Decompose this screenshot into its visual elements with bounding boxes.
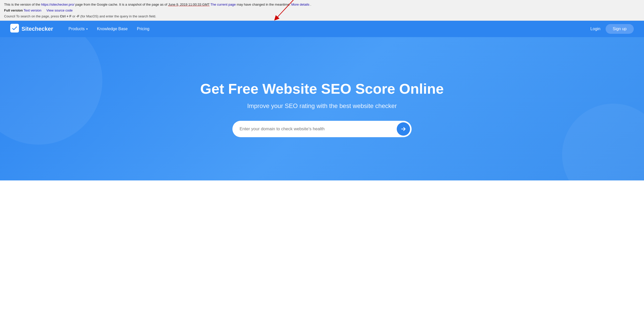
hero-title: Get Free Website SEO Score Online: [200, 81, 444, 97]
nav-pricing[interactable]: Pricing: [137, 27, 149, 31]
view-source-link[interactable]: View source code: [46, 8, 72, 12]
cache-prefix: This is the version of the: [4, 3, 41, 6]
cache-tip: Council To search on the page, press Ctr…: [4, 14, 640, 19]
nav-right: Login Sign up: [591, 24, 634, 34]
signup-button[interactable]: Sign up: [606, 24, 634, 34]
arrow-right-icon: [400, 126, 406, 132]
full-version-label: Full version: [4, 8, 23, 12]
logo-icon: [10, 24, 19, 34]
main-nav: Sitechecker Products ▾ Knowledge Base Pr…: [0, 21, 644, 37]
nav-products[interactable]: Products ▾: [69, 27, 88, 31]
cache-links: Full version Text version View source co…: [4, 8, 640, 13]
site-url-link[interactable]: https://sitechecker.pro/: [41, 3, 74, 6]
cache-line1: This is the version of the https://sitec…: [4, 2, 640, 7]
nav-knowledge-base[interactable]: Knowledge Base: [97, 27, 128, 31]
search-submit-button[interactable]: [397, 122, 410, 136]
search-bar: [232, 121, 412, 137]
ctrl-f-text: Ctrl + F: [60, 14, 71, 18]
cache-end: may have changed in the meantime.: [236, 3, 290, 6]
more-details-link[interactable]: More details: [291, 3, 309, 6]
nav-links: Products ▾ Knowledge Base Pricing: [69, 27, 591, 31]
hero-subtitle: Improve your SEO rating with the best we…: [247, 102, 397, 110]
cache-middle: page from the Google cache. It is a snap…: [75, 3, 168, 6]
chevron-down-icon: ▾: [86, 27, 88, 31]
current-page-link[interactable]: The current page: [210, 3, 236, 6]
domain-search-input[interactable]: [240, 124, 397, 134]
cache-banner: This is the version of the https://sitec…: [0, 0, 644, 21]
logo-text: Sitechecker: [22, 26, 53, 32]
text-version-link[interactable]: Text version: [24, 8, 41, 12]
f-text: -F: [76, 14, 79, 18]
hero-section: Get Free Website SEO Score Online Improv…: [0, 37, 644, 180]
login-link[interactable]: Login: [591, 27, 600, 31]
snapshot-date: June 9, 2019 11:00:33 GMT: [168, 3, 210, 6]
site-logo[interactable]: Sitechecker: [10, 24, 53, 34]
